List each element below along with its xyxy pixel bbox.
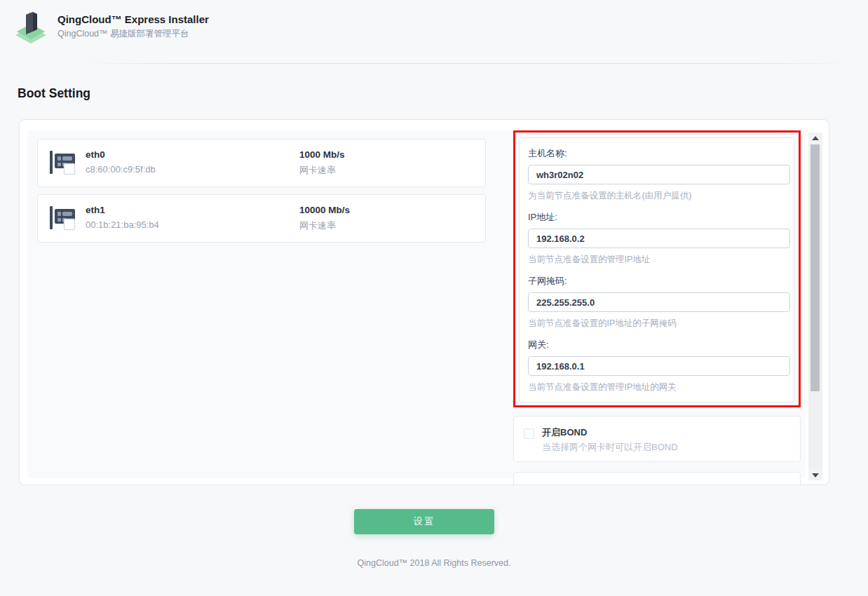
nic-speed-value: 10000 Mb/s <box>299 205 350 215</box>
form-field: 主机名称: 为当前节点准备设置的主机名(由用户提供) <box>528 147 786 202</box>
bond-option-card[interactable]: 开启BOND 当选择两个网卡时可以开启BOND <box>513 416 801 462</box>
scroll-down-button[interactable] <box>808 469 822 480</box>
arrow-up-icon <box>812 136 819 140</box>
next-card-partial <box>513 472 801 485</box>
header-divider <box>83 63 848 64</box>
network-form-highlight: 主机名称: 为当前节点准备设置的主机名(由用户提供) IP地址: 当前节点准备设… <box>513 130 801 407</box>
nic-speed-value: 1000 Mb/s <box>299 149 345 160</box>
scrollbar[interactable] <box>808 133 822 480</box>
nic-list: eth0 c8:60:00:c9:5f:db 1000 Mb/s 网卡速率 et… <box>37 139 486 250</box>
field-label: 网关: <box>528 339 786 351</box>
field-help-text: 当前节点准备设置的IP地址的子网掩码 <box>528 318 786 330</box>
qingcloud-logo-icon <box>14 8 48 48</box>
submit-button[interactable]: 设置 <box>354 509 494 534</box>
field-input[interactable] <box>528 292 790 312</box>
field-input[interactable] <box>528 229 790 248</box>
scroll-up-button[interactable] <box>808 133 822 144</box>
network-form-card: 主机名称: 为当前节点准备设置的主机名(由用户提供) IP地址: 当前节点准备设… <box>519 137 795 402</box>
copyright-text: QingCloud™ 2018 All Rights Reserved. <box>0 558 868 568</box>
field-label: 主机名称: <box>528 147 786 160</box>
network-card-icon <box>49 204 77 236</box>
nic-speed-caption: 网卡速率 <box>299 219 336 232</box>
boot-setting-panel: eth0 c8:60:00:c9:5f:db 1000 Mb/s 网卡速率 et… <box>19 119 829 485</box>
arrow-down-icon <box>812 473 819 478</box>
field-label: 子网掩码: <box>528 275 786 287</box>
bond-help-text: 当选择两个网卡时可以开启BOND <box>542 441 678 454</box>
bond-checkbox[interactable] <box>524 428 534 439</box>
field-input[interactable] <box>528 165 790 184</box>
bond-label: 开启BOND <box>542 426 587 439</box>
field-help-text: 当前节点准备设置的管理IP地址的网关 <box>528 381 786 393</box>
field-label: IP地址: <box>528 211 786 224</box>
field-input[interactable] <box>528 356 790 376</box>
app-title: QingCloud™ Express Installer <box>57 13 209 25</box>
scrollbar-thumb[interactable] <box>811 144 820 391</box>
network-card-icon <box>49 149 77 181</box>
app-header: QingCloud™ Express Installer QingCloud™ … <box>0 0 868 63</box>
nic-speed-caption: 网卡速率 <box>299 164 336 177</box>
nic-mac-address: 00:1b:21:ba:95:b4 <box>86 219 159 230</box>
form-field: 网关: 当前节点准备设置的管理IP地址的网关 <box>528 339 786 393</box>
nic-name: eth1 <box>86 205 105 215</box>
field-help-text: 当前节点准备设置的管理IP地址 <box>528 254 786 266</box>
app-subtitle: QingCloud™ 易捷版部署管理平台 <box>57 28 189 40</box>
page-title: Boot Setting <box>18 86 90 101</box>
nic-name: eth0 <box>86 149 105 160</box>
form-field: IP地址: 当前节点准备设置的管理IP地址 <box>528 211 786 266</box>
form-field: 子网掩码: 当前节点准备设置的IP地址的子网掩码 <box>528 275 786 330</box>
nic-card[interactable]: eth1 00:1b:21:ba:95:b4 10000 Mb/s 网卡速率 <box>37 194 486 243</box>
nic-mac-address: c8:60:00:c9:5f:db <box>86 164 156 175</box>
nic-card[interactable]: eth0 c8:60:00:c9:5f:db 1000 Mb/s 网卡速率 <box>37 139 486 187</box>
field-help-text: 为当前节点准备设置的主机名(由用户提供) <box>528 190 786 202</box>
